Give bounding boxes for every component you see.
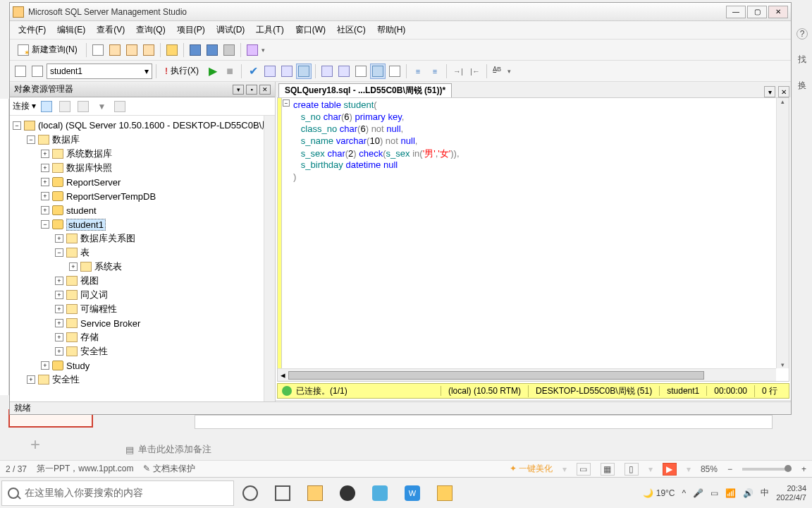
tree-student-node[interactable]: +student [10, 203, 275, 217]
tree-reportserver-node[interactable]: +ReportServer [10, 175, 275, 189]
toolbar-saveall[interactable] [204, 42, 220, 58]
panel-close-button[interactable]: ✕ [259, 85, 271, 95]
menu-project[interactable]: 项目(P) [171, 21, 211, 39]
fold-toggle[interactable]: − [283, 99, 290, 107]
window-titlebar[interactable]: Microsoft SQL Server Management Studio —… [10, 3, 791, 21]
menu-view[interactable]: 查看(V) [91, 21, 130, 39]
ppt-notes-placeholder[interactable]: ▤ 单击此处添加备注 [125, 443, 211, 456]
results-file-button[interactable] [387, 64, 402, 79]
include-stats-button[interactable] [336, 64, 352, 79]
replace-shortcut[interactable]: 换 [798, 80, 806, 92]
outdent-button[interactable]: |← [467, 64, 483, 79]
tray-expand[interactable]: ^ [682, 488, 687, 498]
tree-snapshot-node[interactable]: +数据库快照 [10, 161, 275, 175]
tab-list-dropdown[interactable]: ▾ [764, 86, 775, 97]
taskbar-taskview[interactable] [266, 479, 299, 507]
uncomment-button[interactable]: ≡ [427, 64, 443, 79]
editor-vertical-scrollbar[interactable]: ▴▾ [776, 98, 789, 368]
toolbar-open[interactable] [164, 42, 180, 58]
menu-edit[interactable]: 编辑(E) [51, 21, 91, 39]
tree-servicebroker-node[interactable]: +Service Broker [10, 316, 275, 330]
taskbar-app-explorer[interactable] [429, 479, 461, 507]
menu-query[interactable]: 查询(Q) [130, 21, 171, 39]
tray-mic-icon[interactable]: 🎤 [693, 488, 703, 498]
tab-close-button[interactable]: ✕ [778, 86, 789, 97]
tree-synonyms-node[interactable]: +同义词 [10, 288, 275, 302]
toolbar-save[interactable] [187, 42, 203, 58]
parse-button[interactable]: ✔ [245, 64, 261, 79]
menu-community[interactable]: 社区(C) [331, 21, 371, 39]
weather-widget[interactable]: 🌙 19°C [643, 488, 675, 498]
tree-server-node[interactable]: −(local) (SQL Server 10.50.1600 - DESKTO… [10, 119, 275, 133]
toolbar-btn-1[interactable] [90, 42, 106, 58]
taskbar-app-ssms[interactable] [299, 479, 331, 507]
disconnect-button[interactable] [30, 64, 45, 79]
specify-values-button[interactable]: A̲B [491, 64, 506, 79]
menu-help[interactable]: 帮助(H) [371, 21, 412, 39]
ppt-slideshow-button[interactable]: ▶ [663, 463, 677, 476]
new-query-button[interactable]: ✶ 新建查询(N) [13, 42, 82, 58]
comment-button[interactable]: ≡ [410, 64, 426, 79]
connect-button[interactable] [13, 64, 28, 79]
object-explorer-title[interactable]: 对象资源管理器 ▾ ▪ ✕ [10, 82, 275, 97]
tree-databases-node[interactable]: −数据库 [10, 133, 275, 147]
include-plan-button[interactable] [319, 64, 335, 79]
results-text-button[interactable] [353, 64, 369, 79]
tree-dbdiagram-node[interactable]: +数据库关系图 [10, 231, 275, 246]
oe-filter-button[interactable]: ▼ [94, 99, 109, 114]
debug-start-button[interactable]: ▶ [205, 64, 221, 79]
tree-security-node[interactable]: +安全性 [10, 373, 275, 387]
results-grid-button[interactable] [370, 64, 386, 79]
menu-debug[interactable]: 调试(D) [211, 21, 251, 39]
oe-btn3[interactable] [75, 99, 91, 114]
toolbar-btn-4[interactable] [141, 42, 156, 58]
ppt-zoom-slider[interactable] [742, 468, 792, 471]
tree-systables-node[interactable]: +系统表 [10, 260, 275, 274]
oe-btn2[interactable] [57, 99, 73, 114]
toolbar-print[interactable] [221, 42, 237, 58]
ppt-beautify-button[interactable]: ✦ 一键美化 [510, 463, 553, 475]
tree-storage-node[interactable]: +存储 [10, 330, 275, 344]
object-explorer-tree[interactable]: −(local) (SQL Server 10.50.1600 - DESKTO… [10, 116, 275, 414]
tree-reportservertmp-node[interactable]: +ReportServerTempDB [10, 189, 275, 203]
ppt-zoom-in[interactable]: + [801, 464, 806, 474]
connect-dropdown[interactable]: 连接 ▾ [13, 100, 36, 112]
taskbar-app-wps[interactable]: W [396, 479, 429, 507]
sql-editor[interactable]: − create table student( s_no char(6) pri… [277, 97, 789, 382]
tree-views-node[interactable]: +视图 [10, 274, 275, 288]
stop-button[interactable]: ■ [222, 64, 238, 79]
panel-pin-button[interactable]: ▪ [246, 85, 257, 95]
execute-button[interactable]: ! 执行(X) [160, 63, 204, 79]
taskbar-app-obs[interactable] [331, 479, 364, 507]
tray-clock[interactable]: 20:34 2022/4/7 [776, 484, 806, 501]
tree-programmability-node[interactable]: +可编程性 [10, 302, 275, 316]
help-icon[interactable]: ? [796, 28, 808, 40]
editor-horizontal-scrollbar[interactable]: ◂ [278, 368, 776, 381]
ppt-add-slide-button[interactable]: + [24, 433, 47, 456]
tree-study-node[interactable]: +Study [10, 358, 275, 373]
toolbar-activity[interactable] [245, 42, 260, 58]
tree-sysdb-node[interactable]: +系统数据库 [10, 147, 275, 161]
toolbar-btn-2[interactable] [107, 42, 123, 58]
find-shortcut[interactable]: 找 [798, 54, 806, 66]
ppt-zoom-out[interactable]: − [727, 464, 732, 474]
ppt-view-normal[interactable]: ▭ [577, 463, 591, 476]
close-button[interactable]: ✕ [768, 6, 788, 18]
taskbar-search[interactable]: 在这里输入你要搜索的内容 [1, 480, 234, 506]
estimated-plan-button[interactable] [262, 64, 278, 79]
tree-security-db-node[interactable]: +安全性 [10, 344, 275, 358]
oe-btn5[interactable] [112, 99, 128, 114]
ppt-view-sorter[interactable]: ▦ [601, 463, 615, 476]
menu-file[interactable]: 文件(F) [13, 21, 51, 39]
tree-vertical-scrollbar[interactable] [264, 116, 275, 414]
ppt-view-reading[interactable]: ▯ [625, 463, 639, 476]
tray-volume-icon[interactable]: 🔊 [743, 488, 753, 498]
panel-dropdown-button[interactable]: ▾ [233, 85, 244, 95]
database-dropdown[interactable]: student1 ▾ [47, 64, 152, 79]
maximize-button[interactable]: ▢ [747, 6, 767, 18]
indent-button[interactable]: →| [450, 64, 466, 79]
editor-tab[interactable]: SQLQuery18.sql - ...LD55C0B\周锐 (51))* [278, 83, 452, 97]
tray-wifi-icon[interactable]: 📶 [725, 488, 736, 498]
tray-ime[interactable]: 中 [761, 487, 769, 499]
minimize-button[interactable]: — [726, 6, 746, 18]
